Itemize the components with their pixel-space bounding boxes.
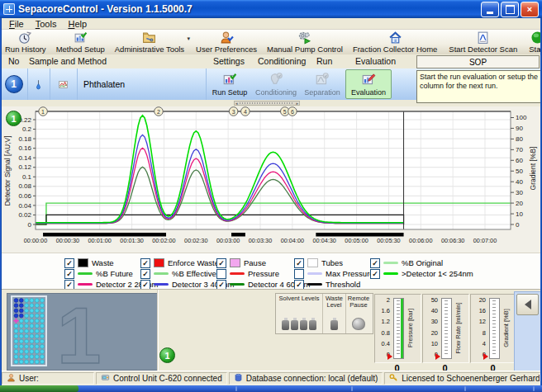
gauge-pointer-icon [387,353,392,360]
legend-checkbox-detector-2-280nm[interactable]: ✓ [64,280,74,290]
group-label: Solvent Levels [279,295,320,302]
window-title: SepacoreControl - Version 1.1.5000.7 [18,3,193,15]
bottle-icon [309,320,316,330]
sop-column-header[interactable]: SOP [416,55,540,68]
svg-text:00:06:30: 00:06:30 [441,237,464,244]
gauge-tick-labels: 201612840 [472,297,486,357]
svg-text:00:01:30: 00:01:30 [120,237,143,244]
taskbar-start-segment[interactable] [0,385,78,392]
waste-bar [43,233,166,237]
device-status-groups: Solvent LevelsWaste LevelRemote Pause [275,293,373,334]
legend-checkbox-detector-1-254nm[interactable]: ✓ [370,269,380,279]
svg-text:00:05:00: 00:05:00 [345,237,368,244]
rack-visualization[interactable]: 1 [7,293,159,371]
user-icon [7,373,16,384]
legend-checkbox-b-future[interactable]: ✓ [64,269,74,279]
legend-checkbox-pause[interactable]: ✓ [216,258,226,268]
step-button-evaluation[interactable]: Evaluation [345,69,392,99]
legend-item-pause: ✓Pause [216,258,266,267]
chromatogram-panel: 1 12345600.020.040.060.080.10.120.140.16… [0,106,542,253]
toolbar-button-label: Method Setup [56,45,105,54]
svg-text:80: 80 [516,135,523,143]
legend-checkbox-enforce-waste[interactable]: ✓ [140,258,150,268]
y-axis-right-title: Gradient [%B] [529,147,537,191]
waste-bar [231,233,245,237]
svg-text:0.2: 0.2 [22,125,32,133]
toolbar-button-label: User Preferences [196,45,257,54]
remote-pause-button[interactable] [352,318,365,330]
legend-checkbox-b-original[interactable]: ✓ [370,258,380,268]
bottle-icon [291,320,298,330]
menu-tools[interactable]: Tools [30,19,63,29]
menu-file[interactable]: File [3,19,30,29]
svg-text:0.04: 0.04 [18,202,31,210]
close-button[interactable]: × [521,2,539,17]
sample-name[interactable]: Phthalaten [77,68,207,100]
toolbar-button-run-history[interactable]: Run History [0,30,51,54]
legend-item-b-effective: ✓%B Effective [140,269,216,278]
legend-swatch [154,272,169,275]
toolbar-button-label: Administrative Tools [115,45,184,54]
legend-checkbox-pressure[interactable] [216,269,226,279]
legend-swatch [307,258,318,267]
legend-swatch [78,272,93,275]
collector-badge: 1 [159,347,175,363]
svg-text:00:02:30: 00:02:30 [184,237,207,244]
svg-text:0.06: 0.06 [18,192,31,200]
toolbar-button-method-setup[interactable]: Method Setup [51,30,110,54]
chart-legend: ✓Waste✓Enforce Waste✓Pause✓Tubes✓%B Orig… [0,253,542,290]
status-database-connection-local: Database connection: local (default) [229,372,383,385]
windows-taskbar[interactable] [0,385,542,392]
legend-checkbox-waste[interactable]: ✓ [64,258,74,268]
legend-checkbox-detector-4-600nm[interactable]: ✓ [216,280,226,290]
group-remote-pause: Remote Pause [345,294,371,333]
legend-checkbox-tubes[interactable]: ✓ [294,258,304,268]
splitter-left-arrow-icon[interactable]: ◂ [235,101,238,106]
maximize-button[interactable] [501,2,519,17]
toolbar-button-user-preferences[interactable]: User Preferences [191,30,262,54]
column-header-settings: Settings [213,56,245,66]
legend-checkbox-max-pressure[interactable] [294,269,304,279]
legend-checkbox-b-effective[interactable]: ✓ [140,269,150,279]
workflow-hint-text: Start the run evaluation or setup the co… [416,70,542,103]
legend-checkbox-threshold[interactable]: ✓ [294,280,304,290]
queue-row-number: 1 [5,75,23,93]
toolbar-button-manual-pump-control[interactable]: Manual Pump Control [262,30,348,54]
step-button-separation: Separation [299,69,345,99]
status-bar: User:Control Unit C-620 connectedDatabas… [0,371,542,385]
group-waste-level: Waste Level [322,294,345,333]
legend-swatch [230,272,245,275]
toolbar-button-start-detector-scan[interactable]: Start Detector Scan [444,30,522,54]
sample-cell[interactable] [27,68,50,100]
minimize-button[interactable] [481,2,499,17]
menu-help[interactable]: Help [62,19,93,29]
svg-text:00:02:00: 00:02:00 [152,237,175,244]
toolbar-button-fraction-collector-home[interactable]: Fraction Collector Home [348,30,442,54]
toolbar-button-administrative-tools[interactable]: ▾Administrative Tools [110,30,189,54]
splitter-right-arrow-icon[interactable]: ▸ [296,101,298,106]
step-button-label: Separation [304,88,340,97]
fraction-collector-panel: 1 1 Solvent LevelsWaste LevelRemote Paus… [0,289,542,371]
separation-icon [315,72,330,88]
step-button-run-setup[interactable]: Run Setup [207,69,253,99]
splitter-handle[interactable]: ◂ ▸ [234,101,300,106]
legend-label: %B Original [402,258,443,267]
status-licensed-to-schoenenberger: Licensed to Schoenenberger Gerhard, Buec… [384,372,540,385]
method-setup-icon [74,31,88,46]
legend-label: Threshold [326,280,360,289]
svg-text:10: 10 [516,210,523,218]
bottle-icons [330,320,338,330]
svg-text:00:07:00: 00:07:00 [473,237,497,244]
legend-checkbox-detector-3-400nm[interactable]: ✓ [140,280,150,290]
svg-text:40: 40 [516,178,523,186]
legend-label: Pause [244,258,266,267]
legend-swatch [154,283,169,286]
method-cell[interactable] [50,68,78,100]
group-label: Waste Level [323,295,345,309]
svg-text:00:05:30: 00:05:30 [377,237,400,244]
svg-text:00:06:00: 00:06:00 [409,237,432,244]
svg-text:2: 2 [157,109,160,115]
pump-control-icon [297,31,311,46]
collapse-panel-button[interactable] [516,294,539,315]
dropdown-caret-icon[interactable]: ▾ [188,35,191,42]
